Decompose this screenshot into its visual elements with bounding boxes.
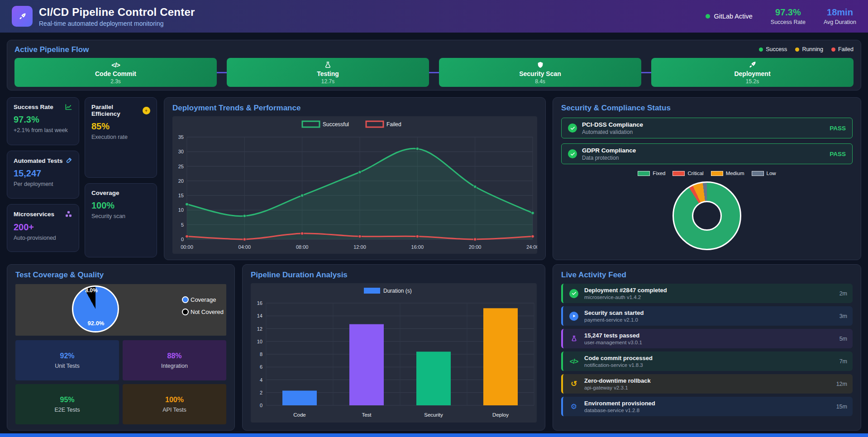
donut-hole (692, 201, 722, 231)
svg-text:10: 10 (257, 339, 262, 344)
rocket-logo-icon (12, 6, 33, 27)
feed-items: Deployment #2847 completed microservice-… (561, 284, 853, 416)
svg-text:08:00: 08:00 (296, 244, 309, 250)
cubes-icon (65, 210, 72, 218)
header-avg-duration: 18min Avg Duration (824, 7, 856, 25)
svg-text:2: 2 (260, 390, 262, 395)
flask-icon (571, 335, 577, 342)
svg-text:16:00: 16:00 (411, 244, 424, 250)
undo-icon: ↺ (571, 380, 577, 388)
success-rate-value: 97.3% (771, 7, 806, 18)
coverage-tile-unit-tests: 92% Unit Tests (15, 340, 119, 380)
stat-card-automated-tests: Automated Tests 15,247 Per deployment (7, 151, 79, 199)
avg-duration-value: 18min (824, 7, 856, 18)
svg-text:6: 6 (260, 364, 262, 370)
duration-bar-chart: 0246810121416CodeTestSecurityDeployDurat… (251, 283, 537, 423)
svg-text:Duration (s): Duration (s) (383, 288, 412, 294)
check-icon (568, 149, 577, 158)
page-title: CI/CD Pipeline Control Center (39, 6, 195, 19)
vulnerability-donut-chart (672, 181, 741, 250)
feed-item[interactable]: ↺ Zero-downtime rollback api-gateway v2.… (561, 374, 853, 394)
code-icon: </> (111, 61, 120, 69)
trends-title: Deployment Trends & Performance (172, 104, 537, 113)
legend-swatch-icon (638, 171, 650, 176)
vulnerability-legend: FixedCriticalMediumLow (561, 171, 853, 176)
svg-text:35: 35 (178, 134, 184, 140)
rocket-icon (748, 61, 757, 69)
covered-pct-label: 92.0% (88, 320, 105, 327)
vial-icon (65, 157, 72, 164)
legend-item-success: Success (759, 46, 787, 52)
gitlab-status-label: GitLab Active (714, 13, 752, 20)
pipeline-stage-testing[interactable]: Testing 12.7s (227, 58, 429, 87)
svg-text:Code: Code (293, 412, 306, 418)
svg-text:16: 16 (257, 300, 262, 306)
gear-icon: ⚙ (571, 403, 577, 410)
play-icon (569, 312, 578, 321)
avg-duration-label: Avg Duration (824, 19, 856, 25)
legend-swatch-icon (711, 171, 723, 176)
gitlab-status: GitLab Active (706, 13, 752, 20)
bolt-icon (143, 107, 150, 114)
security-title: Security & Compliance Status (561, 104, 853, 113)
bottom-accent-bar (0, 433, 868, 437)
legend-dot-icon (182, 296, 189, 303)
feed-time: 7m (839, 358, 847, 365)
legend-dot-icon (182, 309, 189, 315)
not-covered-pct-label: 8.0% (85, 287, 97, 294)
shield-icon (537, 61, 544, 69)
coverage-title: Test Coverage & Quality (15, 271, 226, 280)
stat-cards: Success Rate 97.3% +2.1% from last week … (7, 97, 157, 260)
bottom-row: Test Coverage & Quality 8.0% 92.0% Cover… (7, 264, 861, 428)
pipeline-stage-code-commit[interactable]: </> Code Commit 2.3s (14, 58, 217, 87)
svg-text:14: 14 (257, 313, 262, 318)
legend-dot-icon (831, 48, 835, 52)
pipeline-stages: </> Code Commit 2.3s Testing 12.7s Secur… (14, 58, 854, 87)
legend-dot-icon (759, 48, 763, 52)
feed-item[interactable]: </> Code commit processed notification-s… (561, 352, 853, 371)
pipeline-stage-deployment[interactable]: Deployment 15.2s (651, 58, 854, 87)
coverage-pie-chart: 8.0% 92.0% CoverageNot Covered (15, 284, 226, 336)
legend-dot-icon (795, 48, 799, 52)
svg-text:Security: Security (424, 412, 443, 418)
stat-card-success-rate: Success Rate 97.3% +2.1% from last week (7, 97, 79, 145)
stage-connector (429, 72, 439, 73)
coverage-pie-legend: CoverageNot Covered (182, 296, 224, 315)
feed-item[interactable]: Security scan started payment-service v2… (561, 306, 853, 326)
svg-text:00:00: 00:00 (181, 244, 193, 250)
compliance-rows: PCI-DSS Compliance Automated validation … (561, 118, 853, 164)
header-success-rate: 97.3% Success Rate (771, 7, 806, 25)
svg-text:10: 10 (178, 207, 184, 213)
pipeline-stage-security-scan[interactable]: Security Scan 8.4s (439, 58, 641, 87)
stat-card-parallel-efficiency: Parallel Efficiency 85% Execution rate (85, 97, 157, 178)
rocket-icon (18, 12, 27, 21)
feed-time: 5m (839, 336, 847, 342)
page-subtitle: Real-time automated deployment monitorin… (39, 20, 195, 27)
status-dot-icon (706, 14, 710, 19)
dashboard-main: Active Pipeline Flow SuccessRunningFaile… (0, 33, 868, 428)
svg-text:Deploy: Deploy (492, 412, 509, 418)
vuln-legend-medium: Medium (711, 171, 744, 176)
success-rate-label: Success Rate (771, 19, 806, 25)
feed-item[interactable]: Deployment #2847 completed microservice-… (561, 284, 853, 303)
check-icon (569, 289, 578, 298)
pipeline-legend: SuccessRunningFailed (759, 46, 854, 52)
coverage-tile-e2e-tests: 95% E2E Tests (15, 384, 119, 424)
flask-icon (324, 61, 332, 69)
feed-time: 2m (839, 290, 847, 297)
stage-connector (641, 72, 651, 73)
svg-text:12:00: 12:00 (353, 244, 366, 250)
svg-text:0: 0 (181, 237, 184, 242)
svg-text:20:00: 20:00 (469, 244, 482, 250)
coverage-panel: Test Coverage & Quality 8.0% 92.0% Cover… (7, 264, 235, 431)
svg-text:Failed: Failed (386, 121, 401, 128)
feed-time: 12m (836, 381, 847, 387)
feed-time: 3m (839, 313, 847, 319)
svg-text:0: 0 (260, 403, 262, 408)
feed-item[interactable]: ⚙ Environment provisioned database-servi… (561, 397, 853, 416)
svg-text:04:00: 04:00 (238, 244, 251, 250)
pass-badge: PASS (830, 151, 846, 157)
middle-row: Success Rate 97.3% +2.1% from last week … (7, 97, 861, 257)
feed-item[interactable]: 15,247 tests passed user-management v3.0… (561, 329, 853, 348)
pie-legend-coverage: Coverage (182, 296, 224, 303)
